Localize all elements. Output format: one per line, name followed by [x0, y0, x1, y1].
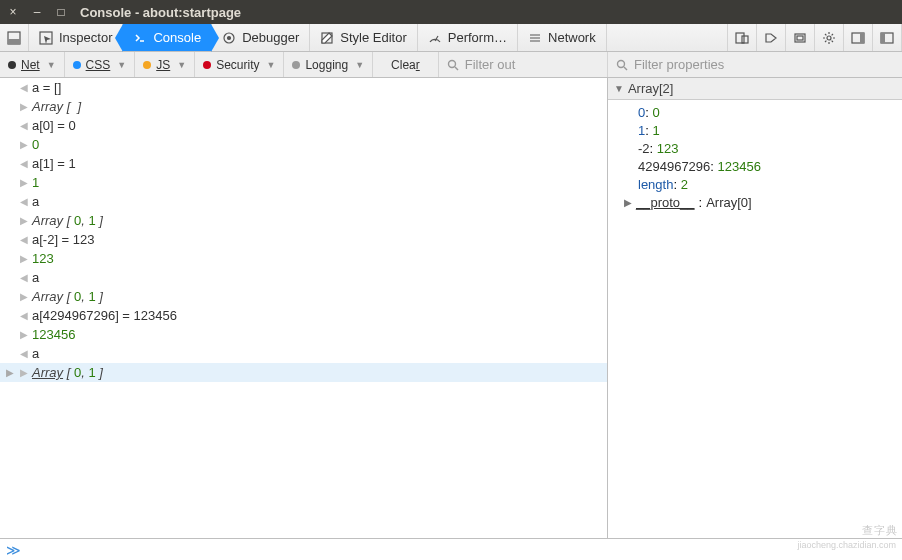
filter-label: Security: [216, 58, 259, 72]
console-input-row[interactable]: ▶◀a: [0, 344, 607, 363]
clear-button[interactable]: Clear: [373, 52, 439, 77]
input-chevron-icon: ◀: [16, 310, 32, 321]
console-output[interactable]: ▶◀a = []▶▶Array [ ]▶◀a[0] = 0▶▶0▶◀a[1] =…: [0, 78, 608, 538]
tab-debugger[interactable]: Debugger: [212, 24, 310, 51]
dock-bottom-icon: [880, 32, 894, 44]
console-input-row[interactable]: ▶◀a = []: [0, 78, 607, 97]
object-inspector-body: 0: 01: 1-2: 1234294967296: 123456length:…: [608, 100, 902, 216]
responsive-design-button[interactable]: [728, 24, 757, 51]
object-proto-row[interactable]: ▶__proto__: Array[0]: [624, 194, 902, 212]
input-chevron-icon: ◀: [16, 158, 32, 169]
svg-point-10: [827, 36, 831, 40]
console-output-row[interactable]: ▶▶123456: [0, 325, 607, 344]
output-chevron-icon: ▶: [16, 139, 32, 150]
console-main-area: ▶◀a = []▶▶Array [ ]▶◀a[0] = 0▶▶0▶◀a[1] =…: [0, 78, 902, 538]
window-maximize-button[interactable]: □: [54, 5, 68, 19]
console-message: 123: [32, 251, 54, 266]
filter-label: Net: [21, 58, 40, 72]
console-message: 0: [32, 137, 39, 152]
window-title: Console - about:startpage: [80, 5, 241, 20]
console-message: a[1] = 1: [32, 156, 76, 171]
devtools-tabbar: Inspector Console Debugger Style Editor …: [0, 24, 902, 52]
console-output-row[interactable]: ▶▶1: [0, 173, 607, 192]
caret-down-icon: ▼: [355, 60, 364, 70]
dock-bottom-button[interactable]: [873, 24, 902, 51]
output-chevron-icon: ▶: [16, 177, 32, 188]
toolbox-options-button[interactable]: [815, 24, 844, 51]
expand-twisty-icon[interactable]: ▶: [4, 367, 16, 378]
input-chevron-icon: ◀: [16, 82, 32, 93]
dock-side-button[interactable]: [844, 24, 873, 51]
console-output-row[interactable]: ▶▶Array [ 0, 1 ]: [0, 363, 607, 382]
tab-label: Perform…: [448, 30, 507, 45]
output-chevron-icon: ▶: [16, 215, 32, 226]
output-chevron-icon: ▶: [16, 253, 32, 264]
console-output-row[interactable]: ▶▶Array [ 0, 1 ]: [0, 211, 607, 230]
prompt-icon: ≫: [6, 542, 21, 558]
pick-frame-button[interactable]: [786, 24, 815, 51]
tab-console[interactable]: Console: [123, 24, 212, 51]
console-message: Array [ 0, 1 ]: [32, 289, 103, 304]
frame-icon: [793, 32, 807, 44]
tab-style-editor[interactable]: Style Editor: [310, 24, 417, 51]
output-chevron-icon: ▶: [16, 329, 32, 340]
tab-network[interactable]: Network: [518, 24, 607, 51]
output-chevron-icon: ▶: [16, 367, 32, 378]
tab-label: Style Editor: [340, 30, 406, 45]
object-property-row[interactable]: -2: 123: [638, 140, 902, 158]
filter-css-button[interactable]: CSS ▼: [65, 52, 136, 77]
twisty-right-icon: ▶: [624, 194, 632, 212]
object-inspector-header[interactable]: ▼ Array[2]: [608, 78, 902, 100]
scratchpad-icon: [764, 32, 778, 44]
console-message: Array [ 0, 1 ]: [32, 213, 103, 228]
console-command-line[interactable]: ≫: [0, 538, 902, 560]
console-input-row[interactable]: ▶◀a: [0, 268, 607, 287]
console-output-row[interactable]: ▶▶Array [ 0, 1 ]: [0, 287, 607, 306]
tab-performance[interactable]: Perform…: [418, 24, 518, 51]
console-input-row[interactable]: ▶◀a[-2] = 123: [0, 230, 607, 249]
console-input-row[interactable]: ▶◀a[1] = 1: [0, 154, 607, 173]
svg-rect-14: [881, 33, 885, 43]
console-input-row[interactable]: ▶◀a: [0, 192, 607, 211]
security-dot-icon: [203, 61, 211, 69]
console-message: a: [32, 346, 39, 361]
split-console-toggle-button[interactable]: [0, 24, 29, 51]
net-dot-icon: [8, 61, 16, 69]
tab-inspector[interactable]: Inspector: [29, 24, 123, 51]
scratchpad-button[interactable]: [757, 24, 786, 51]
caret-down-icon: ▼: [47, 60, 56, 70]
window-close-button[interactable]: ×: [6, 5, 20, 19]
performance-icon: [428, 31, 442, 45]
debugger-icon: [222, 31, 236, 45]
tab-label: Console: [153, 30, 201, 45]
console-message: a = []: [32, 80, 61, 95]
console-message: a: [32, 194, 39, 209]
console-input-row[interactable]: ▶◀a[0] = 0: [0, 116, 607, 135]
logging-dot-icon: [292, 61, 300, 69]
filter-net-button[interactable]: Net ▼: [0, 52, 65, 77]
gear-icon: [822, 31, 836, 45]
filter-properties-input[interactable]: Filter properties: [608, 52, 902, 77]
console-message: a: [32, 270, 39, 285]
window-minimize-button[interactable]: –: [30, 5, 44, 19]
console-output-row[interactable]: ▶▶0: [0, 135, 607, 154]
console-input-row[interactable]: ▶◀a[4294967296] = 123456: [0, 306, 607, 325]
filter-logging-button[interactable]: Logging ▼: [284, 52, 373, 77]
object-property-row[interactable]: length: 2: [638, 176, 902, 194]
svg-rect-6: [736, 33, 744, 43]
console-output-row[interactable]: ▶▶Array [ ]: [0, 97, 607, 116]
placeholder-text: Filter out: [465, 57, 516, 72]
console-message: 1: [32, 175, 39, 190]
filter-security-button[interactable]: Security ▼: [195, 52, 284, 77]
object-property-row[interactable]: 1: 1: [638, 122, 902, 140]
object-property-row[interactable]: 4294967296: 123456: [638, 158, 902, 176]
console-filter-bar: Net ▼ CSS ▼ JS ▼ Security ▼ Logging ▼ Cl…: [0, 52, 902, 78]
object-property-row[interactable]: 0: 0: [638, 104, 902, 122]
input-chevron-icon: ◀: [16, 348, 32, 359]
style-editor-icon: [320, 31, 334, 45]
placeholder-text: Filter properties: [634, 57, 724, 72]
caret-down-icon: ▼: [177, 60, 186, 70]
filter-js-button[interactable]: JS ▼: [135, 52, 195, 77]
filter-output-input[interactable]: Filter out: [439, 52, 608, 77]
console-output-row[interactable]: ▶▶123: [0, 249, 607, 268]
